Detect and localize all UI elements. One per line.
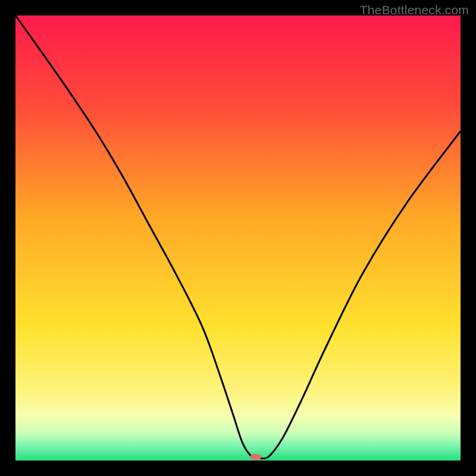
chart-svg xyxy=(15,15,461,461)
chart-plot-area xyxy=(15,15,461,461)
chart-background xyxy=(15,15,461,461)
minimum-marker xyxy=(250,454,262,460)
chart-frame: TheBottleneck.com xyxy=(0,0,476,476)
